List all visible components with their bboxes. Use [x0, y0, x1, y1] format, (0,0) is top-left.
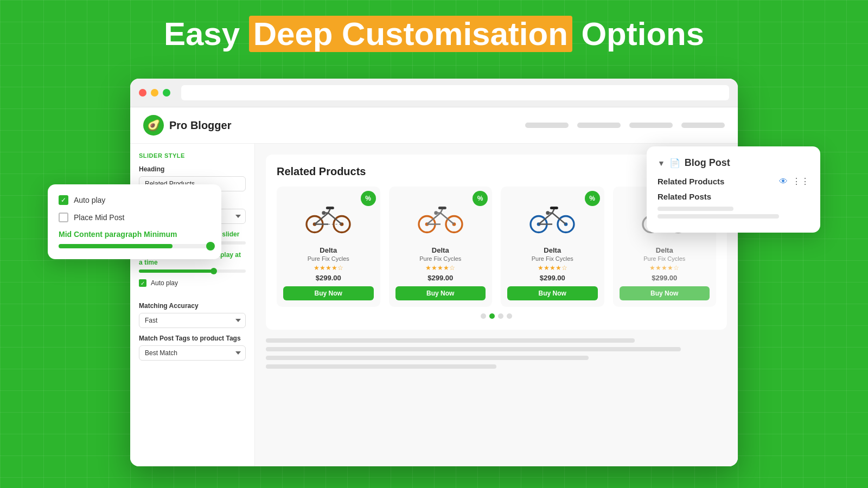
product-price-4: $299.00: [620, 274, 710, 282]
blog-item-actions-1: 👁 ⋮⋮: [779, 176, 809, 187]
auto-play-float-checkbox[interactable]: ✓: [59, 195, 68, 205]
auto-play-row[interactable]: ✓ Auto play: [139, 279, 246, 287]
sidebar-section-title: SLIDER STYLE: [139, 152, 246, 159]
float-right-card: ▼ 📄 Blog Post Related Products 👁 ⋮⋮ Rela…: [647, 146, 820, 233]
site-header: 🥑 Pro Blogger: [130, 107, 738, 144]
match-tags-select[interactable]: Best Match: [139, 345, 246, 361]
more-options-icon-1[interactable]: ⋮⋮: [792, 176, 809, 187]
mid-content-label: Mid Content paragraph Minimum: [59, 230, 210, 239]
product-card: %: [277, 187, 380, 307]
discount-badge: %: [361, 191, 376, 206]
product-name-4: Delta: [620, 246, 710, 254]
blog-item-row-2: Related Posts: [658, 192, 809, 201]
match-tags-label: Match Post Tags to product Tags: [139, 335, 246, 342]
float-left-card: ✓ Auto play Place Mid Post Mid Content p…: [48, 184, 221, 259]
product-stars-1: ★★★★☆: [283, 264, 374, 272]
blog-post-header: ▼ 📄 Blog Post: [658, 157, 809, 169]
product-image-3: [507, 193, 598, 242]
buy-button-2[interactable]: Buy Now: [395, 286, 486, 300]
buy-button-3[interactable]: Buy Now: [507, 286, 598, 300]
dot-3[interactable]: [498, 313, 503, 319]
doc-icon: 📄: [669, 158, 680, 168]
blog-sub-lines: [658, 207, 809, 219]
place-mid-float-checkbox[interactable]: [59, 213, 68, 222]
svg-rect-20: [438, 207, 446, 209]
product-price-3: $299.00: [507, 274, 598, 282]
svg-line-28: [552, 213, 566, 224]
maximize-button[interactable]: [163, 89, 170, 97]
nav-bar-3[interactable]: [629, 123, 673, 128]
nav-bar-1[interactable]: [525, 123, 569, 128]
discount-badge-2: %: [473, 191, 488, 206]
auto-play-float-label: Auto play: [74, 196, 105, 204]
product-price-2: $299.00: [395, 274, 486, 282]
svg-line-16: [427, 213, 441, 224]
place-mid-float-label: Place Mid Post: [74, 213, 124, 222]
product-name-1: Delta: [283, 246, 374, 254]
nav-bar-2[interactable]: [577, 123, 621, 128]
site-name-text: Pro Blogger: [169, 119, 231, 132]
dropdown-arrow-icon: ▼: [658, 159, 665, 168]
heading-label: Heading: [139, 165, 246, 173]
product-image-2: [395, 193, 486, 242]
svg-point-11: [322, 211, 326, 215]
blog-sub-line-1: [658, 207, 733, 211]
auto-play-checkbox[interactable]: ✓: [139, 279, 146, 287]
content-line-1: [266, 338, 635, 343]
title-highlight: Deep Customisation: [249, 16, 572, 52]
mid-content-slider[interactable]: [59, 244, 210, 248]
product-brand-3: Pure Fix Cycles: [507, 255, 598, 262]
browser-chrome: [130, 79, 738, 107]
dot-1[interactable]: [481, 313, 486, 319]
close-button[interactable]: [139, 89, 146, 97]
nav-bar-4[interactable]: [681, 123, 725, 128]
blog-item-title-1: Related Products: [658, 177, 724, 186]
product-image-1: [283, 193, 374, 242]
title-text-2: Options: [572, 16, 704, 52]
product-card-2: %: [389, 187, 493, 307]
svg-rect-9: [326, 207, 334, 209]
product-brand-1: Pure Fix Cycles: [283, 255, 374, 262]
address-bar[interactable]: [181, 85, 729, 100]
product-stars-3: ★★★★☆: [507, 264, 598, 272]
content-line-4: [266, 364, 496, 369]
svg-line-27: [539, 213, 552, 224]
title-text-1: Easy: [164, 16, 249, 52]
svg-line-5: [328, 213, 342, 224]
svg-line-4: [315, 213, 328, 224]
buy-button-1[interactable]: Buy Now: [283, 286, 374, 300]
matching-select[interactable]: Fast: [139, 313, 246, 328]
traffic-lights: [139, 89, 170, 97]
product-card-3: %: [501, 187, 604, 307]
nav-items: [525, 123, 725, 128]
product-name-2: Delta: [395, 246, 486, 254]
blog-post-title: Blog Post: [685, 157, 730, 169]
slider-dots: [277, 313, 716, 319]
product-brand-2: Pure Fix Cycles: [395, 255, 486, 262]
svg-point-33: [546, 211, 550, 215]
eye-icon-1[interactable]: 👁: [779, 177, 788, 187]
content-line-3: [266, 356, 589, 360]
product-name-3: Delta: [507, 246, 598, 254]
product-stars-4: ★★★★☆: [620, 264, 710, 272]
buy-button-4[interactable]: Buy Now: [620, 286, 710, 300]
logo-icon: 🥑: [143, 115, 164, 136]
browser-window: 🥑 Pro Blogger SLIDER STYLE Heading Heade…: [130, 79, 738, 466]
content-line-2: [266, 347, 681, 351]
page-title: Easy Deep Customisation Options: [0, 0, 868, 63]
product-price-1: $299.00: [283, 274, 374, 282]
discount-badge-3: %: [585, 191, 600, 206]
minimize-button[interactable]: [151, 89, 158, 97]
content-lines: [266, 338, 727, 369]
svg-line-17: [441, 213, 454, 224]
auto-play-float-row[interactable]: ✓ Auto play: [59, 195, 210, 205]
dot-2[interactable]: [489, 313, 495, 319]
site-logo: 🥑 Pro Blogger: [143, 115, 231, 136]
blog-sub-line-2: [658, 214, 779, 219]
dot-4[interactable]: [507, 313, 512, 319]
blog-item-row-1: Related Products 👁 ⋮⋮: [658, 176, 809, 187]
num-display-slider[interactable]: [139, 269, 246, 273]
auto-play-label: Auto play: [151, 279, 178, 287]
svg-rect-31: [550, 207, 558, 209]
place-mid-float-row[interactable]: Place Mid Post: [59, 213, 210, 222]
